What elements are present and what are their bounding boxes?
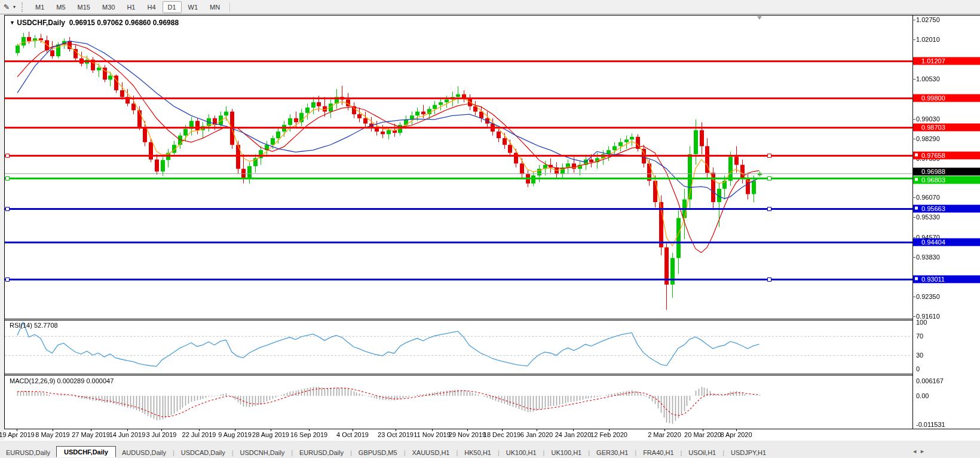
price-level-line-0.95663[interactable]: [5, 208, 912, 210]
rsi-scale-label: 0: [916, 365, 920, 372]
pane-frame-line: [4, 15, 5, 429]
tab-fra40-h1[interactable]: FRA40,H1: [637, 448, 679, 457]
date-tick-label: 8 May 2019: [35, 431, 69, 438]
price-tick-label: 0.96070: [916, 194, 940, 201]
collapse-triangle-icon[interactable]: ▼: [10, 20, 15, 26]
pane-separator: [4, 374, 913, 374]
badge-handle-square: [915, 178, 918, 181]
price-badge-0.94404: 0.94404: [913, 238, 980, 246]
tab-divider: |: [350, 449, 352, 456]
price-tick-mark: [912, 39, 915, 40]
price-tick-mark: [912, 79, 915, 80]
price-tick-mark: [912, 139, 915, 139]
rsi-scale-label: 70: [916, 332, 923, 340]
date-tick-label: 3 Jul 2019: [146, 431, 177, 438]
tab-scroll-right-icon[interactable]: ►: [920, 448, 927, 454]
price-chart-canvas[interactable]: [0, 0, 980, 458]
price-badge-0.99800: 0.99800: [913, 94, 980, 102]
tab-gbpusd-m5[interactable]: GBPUSD,M5: [353, 448, 403, 457]
macd-indicator-label: MACD(12,26,9) 0.000289 0.000047: [10, 377, 114, 384]
tab-divider: |: [681, 449, 682, 456]
tab-uk100-h1[interactable]: UK100,H1: [545, 448, 587, 457]
price-tick-label: 1.00530: [916, 75, 940, 83]
price-badge-0.96803: 0.96803: [913, 176, 980, 184]
price-tick-mark: [912, 119, 915, 120]
level-handle[interactable]: [767, 277, 771, 282]
date-tick-label: 8 Apr 2020: [720, 431, 752, 438]
price-tick-mark: [912, 257, 915, 258]
tab-uk100-h1[interactable]: UK100,H1: [500, 448, 543, 457]
price-tick-label: 0.93830: [916, 254, 940, 261]
tab-divider: |: [635, 449, 636, 456]
price-level-line-0.97658[interactable]: [5, 155, 912, 157]
price-tick-mark: [912, 197, 915, 198]
date-tick-label: 18 Dec 2019: [483, 431, 520, 438]
chart-ohlc-values: 0.96915 0.97062 0.96860 0.96988: [69, 19, 179, 27]
date-tick-label: 27 May 2019: [72, 431, 110, 438]
tab-divider: |: [232, 449, 234, 456]
tab-divider: |: [291, 449, 293, 456]
tab-usdchf-daily[interactable]: USDCHF,Daily: [56, 446, 116, 457]
macd-scale-label: 0.006167: [916, 377, 944, 384]
date-tick-label: 20 Mar 2020: [684, 431, 721, 438]
tab-usdcnh-daily[interactable]: USDCNH,Daily: [234, 448, 291, 457]
price-level-line-0.998[interactable]: [5, 97, 912, 99]
trading-platform-window: ✎ ▾ M1M5M15M30H1H4D1W1MN ▼ USDCHF,Daily …: [0, 0, 980, 458]
pane-separator: [4, 429, 980, 429]
tab-usoil-h1[interactable]: USOil,H1: [682, 448, 722, 457]
level-handle[interactable]: [767, 176, 771, 181]
date-tick-label: 2 Mar 2020: [648, 431, 681, 438]
level-handle[interactable]: [5, 207, 10, 211]
price-badge-0.95663: 0.95663: [913, 204, 980, 212]
tab-audusd-daily[interactable]: AUDUSD,Daily: [116, 448, 172, 457]
date-tick-label: 28 Aug 2019: [252, 431, 289, 438]
price-badge-0.97658: 0.97658: [913, 151, 980, 159]
badge-handle-square: [915, 206, 918, 209]
pane-separator: [4, 319, 913, 319]
tab-divider: |: [543, 449, 545, 456]
chart-tab-bar: EURUSD,DailyUSDCHF,DailyAUDUSD,Daily|USD…: [0, 447, 980, 458]
date-tick-label: 9 Aug 2019: [218, 431, 252, 438]
level-handle[interactable]: [5, 277, 10, 282]
price-tick-mark: [912, 297, 915, 297]
tab-usdjpy-h1[interactable]: USDJPY,H1: [725, 448, 772, 457]
price-level-line-0.94404[interactable]: [5, 242, 912, 243]
tab-divider: |: [404, 449, 406, 456]
tab-divider: |: [722, 449, 724, 456]
pane-separator: [4, 320, 913, 320]
tab-scroll-left-icon[interactable]: ◄: [912, 448, 920, 454]
tab-divider: |: [588, 449, 590, 456]
tab-hk50-h1[interactable]: HK50,H1: [458, 448, 497, 457]
price-tick-label: 0.99030: [916, 115, 940, 123]
chart-symbol-label: USDCHF,Daily: [17, 19, 65, 27]
level-handle[interactable]: [5, 176, 10, 181]
price-level-line-0.96803[interactable]: [5, 178, 912, 179]
price-level-line-1.01207[interactable]: [5, 60, 912, 62]
date-tick-label: 4 Oct 2019: [336, 431, 369, 438]
tab-usdcad-daily[interactable]: USDCAD,Daily: [175, 448, 231, 457]
price-tick-mark: [912, 217, 915, 218]
date-tick-label: 24 Jan 2020: [555, 431, 592, 438]
price-tick-mark: [912, 20, 915, 20]
level-handle[interactable]: [5, 154, 10, 158]
tab-eurusd-daily[interactable]: EURUSD,Daily: [293, 448, 350, 457]
price-tick-label: 0.95330: [916, 213, 940, 221]
price-level-line-0.96988[interactable]: [5, 173, 912, 174]
price-level-line-0.98703[interactable]: [5, 127, 912, 129]
tab-ger30-h1[interactable]: GER30,H1: [590, 448, 634, 457]
rsi-indicator-label: RSI(14) 52.7708: [10, 322, 58, 329]
level-handle[interactable]: [767, 207, 771, 211]
price-badge-0.98703: 0.98703: [913, 124, 980, 132]
price-tick-label: 0.98290: [916, 135, 940, 142]
date-tick-label: 29 Nov 2019: [449, 431, 486, 438]
tab-eurusd-daily[interactable]: EURUSD,Daily: [0, 448, 56, 457]
tab-xauusd-h1[interactable]: XAUUSD,H1: [406, 448, 456, 457]
macd-scale-label: 0.00: [916, 392, 929, 399]
level-handle[interactable]: [767, 154, 771, 158]
rsi-scale-label: 30: [916, 352, 923, 359]
date-tick-label: 19 Apr 2019: [0, 431, 35, 438]
date-tick-label: 6 Jan 2020: [520, 431, 553, 438]
price-level-line-0.93011[interactable]: [5, 279, 912, 280]
tab-divider: |: [173, 449, 174, 456]
date-tick-label: 16 Sep 2019: [290, 431, 327, 438]
